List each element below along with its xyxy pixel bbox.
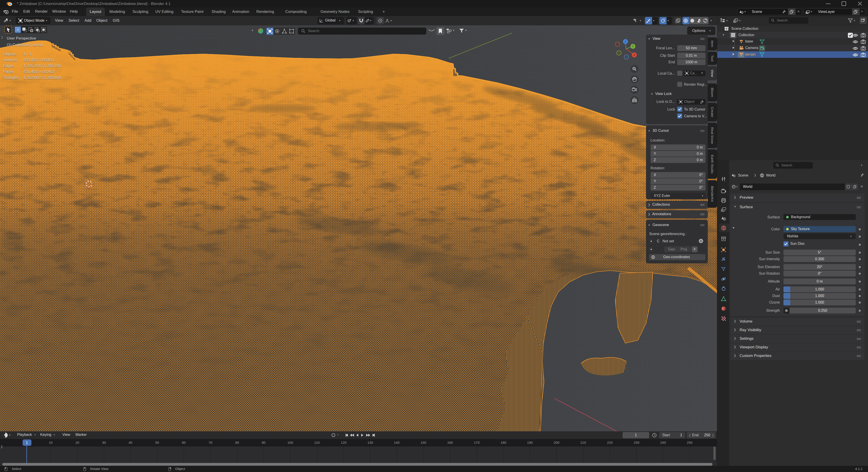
svg-text:80: 80 bbox=[235, 441, 239, 444]
svg-text:150: 150 bbox=[421, 441, 426, 444]
svg-text:120: 120 bbox=[341, 441, 346, 444]
svg-text:250: 250 bbox=[687, 441, 692, 444]
svg-text:10: 10 bbox=[49, 441, 53, 444]
svg-text:220: 220 bbox=[607, 441, 613, 444]
svg-text:100: 100 bbox=[287, 441, 293, 444]
svg-text:160: 160 bbox=[447, 441, 453, 444]
svg-text:190: 190 bbox=[527, 441, 532, 444]
svg-text:140: 140 bbox=[394, 441, 399, 444]
svg-text:30: 30 bbox=[102, 441, 106, 444]
svg-text:X: X bbox=[633, 54, 635, 57]
svg-text:180: 180 bbox=[500, 441, 506, 444]
svg-text:60: 60 bbox=[182, 441, 186, 444]
svg-text:90: 90 bbox=[262, 441, 266, 444]
svg-text:110: 110 bbox=[314, 441, 320, 444]
svg-text:1: 1 bbox=[26, 441, 28, 445]
svg-text:70: 70 bbox=[209, 441, 213, 444]
svg-text:Z: Z bbox=[625, 40, 626, 43]
svg-text:210: 210 bbox=[580, 441, 586, 444]
svg-text:Y: Y bbox=[632, 45, 634, 48]
svg-text:40: 40 bbox=[129, 441, 132, 444]
svg-text:230: 230 bbox=[633, 441, 639, 444]
svg-text:170: 170 bbox=[474, 441, 479, 444]
svg-text:200: 200 bbox=[554, 441, 559, 444]
svg-text:130: 130 bbox=[367, 441, 373, 444]
svg-text:50: 50 bbox=[155, 441, 159, 444]
svg-text:20: 20 bbox=[75, 441, 79, 444]
svg-text:240: 240 bbox=[660, 441, 666, 444]
